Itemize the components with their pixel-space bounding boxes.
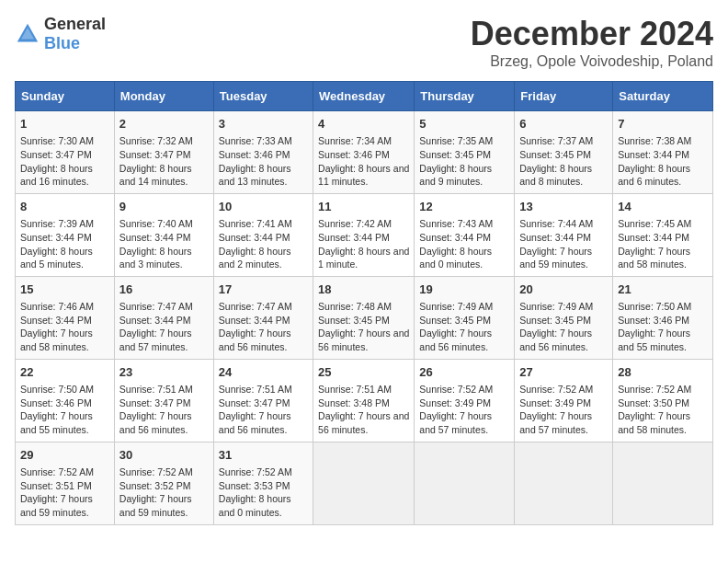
sunset-text: Sunset: 3:45 PM xyxy=(318,315,390,326)
sunrise-text: Sunrise: 7:51 AM xyxy=(318,384,392,395)
day-cell: 14Sunrise: 7:45 AMSunset: 3:44 PMDayligh… xyxy=(613,193,713,276)
calendar-table: SundayMondayTuesdayWednesdayThursdayFrid… xyxy=(15,81,713,525)
daylight-text: Daylight: 8 hours and 1 minute. xyxy=(318,246,409,270)
day-cell: 30Sunrise: 7:52 AMSunset: 3:52 PMDayligh… xyxy=(114,442,213,524)
day-number: 24 xyxy=(219,364,308,381)
day-number: 12 xyxy=(419,199,509,215)
day-cell: 9Sunrise: 7:40 AMSunset: 3:44 PMDaylight… xyxy=(114,193,213,276)
day-number: 6 xyxy=(519,116,608,132)
day-cell: 1Sunrise: 7:30 AMSunset: 3:47 PMDaylight… xyxy=(16,111,115,194)
day-cell: 13Sunrise: 7:44 AMSunset: 3:44 PMDayligh… xyxy=(515,193,613,276)
sunrise-text: Sunrise: 7:47 AM xyxy=(219,301,292,312)
calendar-header: SundayMondayTuesdayWednesdayThursdayFrid… xyxy=(16,82,713,111)
sunset-text: Sunset: 3:46 PM xyxy=(219,149,290,160)
sunrise-text: Sunrise: 7:52 AM xyxy=(20,466,94,477)
day-cell: 3Sunrise: 7:33 AMSunset: 3:46 PMDaylight… xyxy=(213,111,313,194)
header-cell-saturday: Saturday xyxy=(613,82,713,111)
day-cell xyxy=(613,442,713,524)
day-cell: 8Sunrise: 7:39 AMSunset: 3:44 PMDaylight… xyxy=(16,193,115,276)
day-number: 11 xyxy=(318,199,409,215)
sunset-text: Sunset: 3:47 PM xyxy=(20,149,92,160)
sunrise-text: Sunrise: 7:44 AM xyxy=(519,218,593,229)
sunset-text: Sunset: 3:48 PM xyxy=(318,397,390,408)
week-row-5: 29Sunrise: 7:52 AMSunset: 3:51 PMDayligh… xyxy=(16,442,713,524)
sunset-text: Sunset: 3:47 PM xyxy=(119,149,191,160)
daylight-text: Daylight: 8 hours and 8 minutes. xyxy=(519,163,592,188)
sunset-text: Sunset: 3:44 PM xyxy=(119,315,191,326)
sunset-text: Sunset: 3:46 PM xyxy=(20,397,92,408)
daylight-text: Daylight: 7 hours and 57 minutes. xyxy=(419,410,492,435)
daylight-text: Daylight: 7 hours and 55 minutes. xyxy=(618,327,690,352)
sunrise-text: Sunrise: 7:48 AM xyxy=(318,301,392,312)
day-cell: 23Sunrise: 7:51 AMSunset: 3:47 PMDayligh… xyxy=(114,359,213,442)
day-cell: 24Sunrise: 7:51 AMSunset: 3:47 PMDayligh… xyxy=(213,359,313,442)
sunrise-text: Sunrise: 7:41 AM xyxy=(219,218,292,229)
location-subtitle: Brzeg, Opole Voivodeship, Poland xyxy=(471,53,713,70)
daylight-text: Daylight: 7 hours and 56 minutes. xyxy=(318,410,409,435)
daylight-text: Daylight: 8 hours and 9 minutes. xyxy=(419,163,492,188)
day-cell: 19Sunrise: 7:49 AMSunset: 3:45 PMDayligh… xyxy=(415,276,515,359)
sunset-text: Sunset: 3:50 PM xyxy=(618,397,689,408)
sunrise-text: Sunrise: 7:43 AM xyxy=(419,218,493,229)
daylight-text: Daylight: 8 hours and 11 minutes. xyxy=(318,163,409,188)
sunset-text: Sunset: 3:51 PM xyxy=(20,480,92,491)
sunset-text: Sunset: 3:49 PM xyxy=(419,397,491,408)
header-cell-thursday: Thursday xyxy=(415,82,515,111)
day-number: 19 xyxy=(419,282,509,298)
day-cell: 16Sunrise: 7:47 AMSunset: 3:44 PMDayligh… xyxy=(114,276,213,359)
logo-blue-text: Blue xyxy=(44,34,80,52)
day-cell: 17Sunrise: 7:47 AMSunset: 3:44 PMDayligh… xyxy=(213,276,313,359)
day-cell: 18Sunrise: 7:48 AMSunset: 3:45 PMDayligh… xyxy=(313,276,415,359)
sunrise-text: Sunrise: 7:38 AM xyxy=(618,135,691,146)
sunset-text: Sunset: 3:44 PM xyxy=(219,315,290,326)
week-row-4: 22Sunrise: 7:50 AMSunset: 3:46 PMDayligh… xyxy=(16,359,713,442)
sunrise-text: Sunrise: 7:52 AM xyxy=(519,384,593,395)
day-number: 17 xyxy=(219,282,308,298)
daylight-text: Daylight: 8 hours and 13 minutes. xyxy=(219,163,291,188)
header-cell-sunday: Sunday xyxy=(16,82,115,111)
sunrise-text: Sunrise: 7:42 AM xyxy=(318,218,392,229)
sunrise-text: Sunrise: 7:47 AM xyxy=(119,301,193,312)
daylight-text: Daylight: 8 hours and 16 minutes. xyxy=(20,163,93,188)
day-number: 7 xyxy=(618,116,708,132)
daylight-text: Daylight: 7 hours and 59 minutes. xyxy=(119,493,192,518)
day-cell: 11Sunrise: 7:42 AMSunset: 3:44 PMDayligh… xyxy=(313,193,415,276)
sunset-text: Sunset: 3:46 PM xyxy=(318,149,390,160)
day-cell: 29Sunrise: 7:52 AMSunset: 3:51 PMDayligh… xyxy=(16,442,115,524)
day-cell: 28Sunrise: 7:52 AMSunset: 3:50 PMDayligh… xyxy=(613,359,713,442)
sunrise-text: Sunrise: 7:34 AM xyxy=(318,135,392,146)
sunset-text: Sunset: 3:46 PM xyxy=(618,315,689,326)
sunset-text: Sunset: 3:44 PM xyxy=(318,232,390,243)
day-cell xyxy=(313,442,415,524)
day-cell: 5Sunrise: 7:35 AMSunset: 3:45 PMDaylight… xyxy=(415,111,515,194)
day-number: 9 xyxy=(119,199,209,215)
sunset-text: Sunset: 3:44 PM xyxy=(618,232,689,243)
daylight-text: Daylight: 7 hours and 58 minutes. xyxy=(618,410,690,435)
daylight-text: Daylight: 7 hours and 56 minutes. xyxy=(419,327,492,352)
day-number: 27 xyxy=(519,364,608,381)
daylight-text: Daylight: 8 hours and 0 minutes. xyxy=(219,493,291,518)
day-number: 5 xyxy=(419,116,509,132)
day-cell: 20Sunrise: 7:49 AMSunset: 3:45 PMDayligh… xyxy=(515,276,613,359)
daylight-text: Daylight: 7 hours and 55 minutes. xyxy=(20,410,93,435)
header-cell-friday: Friday xyxy=(515,82,613,111)
sunset-text: Sunset: 3:44 PM xyxy=(20,315,92,326)
sunrise-text: Sunrise: 7:52 AM xyxy=(419,384,493,395)
day-number: 18 xyxy=(318,282,409,298)
day-cell: 22Sunrise: 7:50 AMSunset: 3:46 PMDayligh… xyxy=(16,359,115,442)
day-number: 30 xyxy=(119,447,209,464)
header-cell-tuesday: Tuesday xyxy=(213,82,313,111)
daylight-text: Daylight: 7 hours and 57 minutes. xyxy=(519,410,592,435)
header: General Blue December 2024 Brzeg, Opole … xyxy=(15,15,713,70)
header-cell-wednesday: Wednesday xyxy=(313,82,415,111)
daylight-text: Daylight: 8 hours and 5 minutes. xyxy=(20,246,93,270)
daylight-text: Daylight: 8 hours and 3 minutes. xyxy=(119,246,192,270)
daylight-text: Daylight: 7 hours and 59 minutes. xyxy=(519,246,592,270)
sunset-text: Sunset: 3:44 PM xyxy=(618,149,689,160)
day-cell: 31Sunrise: 7:52 AMSunset: 3:53 PMDayligh… xyxy=(213,442,313,524)
day-cell: 7Sunrise: 7:38 AMSunset: 3:44 PMDaylight… xyxy=(613,111,713,194)
sunset-text: Sunset: 3:44 PM xyxy=(219,232,290,243)
day-number: 4 xyxy=(318,116,409,132)
logo-icon xyxy=(15,21,40,47)
week-row-3: 15Sunrise: 7:46 AMSunset: 3:44 PMDayligh… xyxy=(16,276,713,359)
